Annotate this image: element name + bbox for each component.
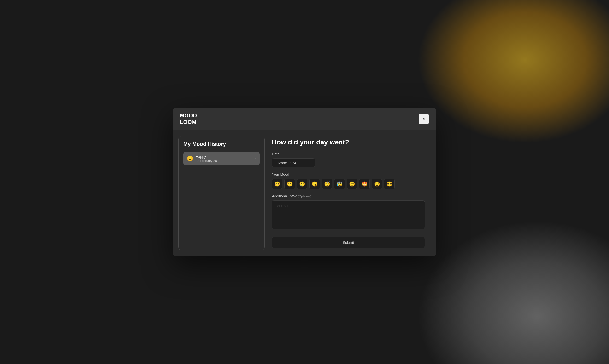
chevron-right-icon: › <box>255 156 256 161</box>
logo-line1: MOOD <box>180 113 197 118</box>
form-title: How did your day went? <box>272 138 425 146</box>
mood-option-anxious[interactable]: 😰 <box>334 179 345 189</box>
mood-option-sad[interactable]: 😢 <box>297 179 307 189</box>
mood-option-neutral[interactable]: 😐 <box>284 179 295 189</box>
mood-option-happy[interactable]: 😊 <box>272 179 282 189</box>
optional-label: (Optional) <box>298 195 311 198</box>
additional-info-group: Additional Info? (Optional) <box>272 194 425 230</box>
theme-toggle-button[interactable]: ☀ <box>419 114 429 124</box>
mood-label: Your Mood <box>272 172 425 176</box>
logo: MOOD LOOM <box>180 113 197 125</box>
mood-entry-left: 😊 Happy 28 February 2024 <box>187 155 220 163</box>
submit-button[interactable]: Submit <box>272 237 425 248</box>
background-gold-blob <box>417 0 609 144</box>
form-panel: How did your day went? Date Your Mood 😊 … <box>265 136 431 250</box>
mood-option-confident[interactable]: 😎 <box>384 179 395 189</box>
date-input[interactable] <box>272 158 315 167</box>
mood-options: 😊 😐 😢 😠 😴 😰 😌 🤩 😵 😎 <box>272 179 425 189</box>
sun-icon: ☀ <box>422 116 426 122</box>
date-label: Date <box>272 152 425 156</box>
header: MOOD LOOM ☀ <box>173 108 436 130</box>
mood-option-angry[interactable]: 😠 <box>309 179 320 189</box>
mood-option-overwhelmed[interactable]: 😵 <box>372 179 382 189</box>
date-group: Date <box>272 152 425 167</box>
mood-group: Your Mood 😊 😐 😢 😠 😴 😰 😌 🤩 😵 😎 <box>272 172 425 189</box>
main-content: My Mood History 😊 Happy 28 February 2024… <box>173 130 436 256</box>
mood-history-title: My Mood History <box>183 141 260 147</box>
mood-entry-emoji: 😊 <box>187 156 193 162</box>
logo-line2: LOOM <box>180 119 197 125</box>
app-window: MOOD LOOM ☀ My Mood History 😊 Happy 28 F… <box>173 108 436 256</box>
mood-entry-info: Happy 28 February 2024 <box>196 155 220 163</box>
additional-info-textarea[interactable] <box>272 200 425 229</box>
mood-entry-label: Happy <box>196 155 220 158</box>
mood-option-calm[interactable]: 😌 <box>347 179 357 189</box>
background-silver-blob <box>417 220 609 364</box>
mood-option-excited[interactable]: 🤩 <box>359 179 370 189</box>
mood-history-panel: My Mood History 😊 Happy 28 February 2024… <box>178 136 265 250</box>
mood-option-tired[interactable]: 😴 <box>322 179 332 189</box>
additional-info-label: Additional Info? (Optional) <box>272 194 425 198</box>
mood-entry-date: 28 February 2024 <box>196 159 220 163</box>
mood-history-entry[interactable]: 😊 Happy 28 February 2024 › <box>183 152 260 166</box>
